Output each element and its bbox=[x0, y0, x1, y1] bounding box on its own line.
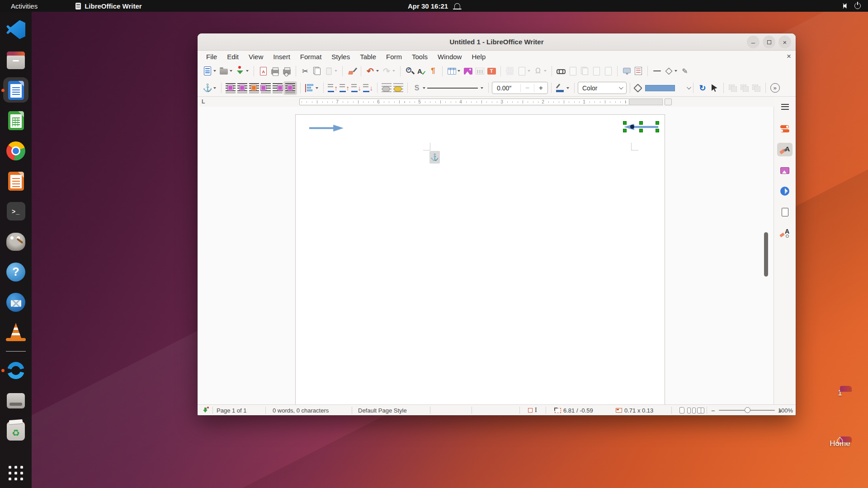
title-bar[interactable]: Untitled 1 - LibreOffice Writer – × bbox=[198, 33, 796, 51]
dock-item-vscode[interactable] bbox=[0, 14, 32, 45]
tab-stop-type-selector[interactable]: L bbox=[202, 99, 205, 105]
dock-item-terminal[interactable]: >_ bbox=[0, 196, 32, 226]
menu-tools[interactable]: Tools bbox=[407, 53, 433, 61]
save-status-indicator[interactable] bbox=[203, 405, 208, 416]
insert-comment-button[interactable] bbox=[621, 65, 632, 77]
line-width-spinner[interactable]: 0.00″ − + bbox=[492, 82, 548, 94]
zoom-slider[interactable] bbox=[719, 410, 775, 411]
line-width-decrease-button[interactable]: − bbox=[520, 84, 534, 92]
send-backward-button[interactable]: ↓ bbox=[350, 82, 362, 94]
send-to-back-button[interactable]: ↓ bbox=[362, 82, 374, 94]
maximize-button[interactable] bbox=[763, 36, 775, 48]
basic-shapes-button[interactable] bbox=[663, 65, 675, 77]
menu-table[interactable]: Table bbox=[355, 53, 381, 61]
dock-item-trash[interactable]: ♻ bbox=[0, 416, 32, 446]
desktop-icon-home[interactable]: ⌂ Home bbox=[823, 436, 857, 448]
horizontal-ruler[interactable]: L 7 6 5 4 3 2 1 bbox=[198, 97, 774, 107]
close-button[interactable]: × bbox=[778, 36, 791, 48]
object-position-status[interactable]: 6.81 / -0.59 bbox=[555, 405, 593, 416]
dock-item-libreoffice-calc[interactable] bbox=[0, 105, 32, 136]
menu-file[interactable]: File bbox=[201, 53, 222, 61]
wrap-after-button[interactable] bbox=[272, 82, 283, 94]
anchor-button[interactable]: ⚓ bbox=[202, 82, 213, 94]
menu-format[interactable]: Format bbox=[295, 53, 327, 61]
line-style-icon[interactable]: S bbox=[411, 82, 423, 94]
shape-adjust-handle[interactable] bbox=[630, 125, 634, 129]
fill-color-dropdown-icon[interactable] bbox=[687, 85, 691, 89]
wrap-page-button[interactable] bbox=[236, 82, 248, 94]
wrap-before-button[interactable] bbox=[260, 82, 272, 94]
word-count-status[interactable]: 0 words, 0 characters bbox=[273, 405, 329, 416]
rotate-button[interactable]: ↻ bbox=[697, 82, 708, 94]
line-style-dropdown-icon[interactable] bbox=[423, 87, 425, 89]
zoom-slider-knob[interactable] bbox=[745, 407, 750, 413]
dock-item-libreoffice-writer[interactable] bbox=[0, 75, 32, 105]
dock-item-vlc[interactable] bbox=[0, 317, 32, 347]
save-dropdown-icon[interactable] bbox=[246, 70, 249, 72]
anchor-dropdown-icon[interactable] bbox=[213, 87, 216, 89]
sidebar-tab-properties[interactable] bbox=[777, 122, 793, 136]
shapes-dropdown-icon[interactable] bbox=[675, 70, 677, 72]
menu-window[interactable]: Window bbox=[433, 53, 467, 61]
print-preview-button[interactable] bbox=[281, 65, 292, 77]
wrap-through-button[interactable] bbox=[283, 81, 297, 95]
document-view[interactable]: ⚓ bbox=[198, 107, 774, 404]
export-pdf-button[interactable] bbox=[257, 65, 269, 77]
new-dropdown-icon[interactable] bbox=[213, 70, 216, 72]
dock-item-help[interactable]: ? bbox=[0, 257, 32, 287]
sidebar-tab-page[interactable] bbox=[777, 205, 793, 219]
selection-handle-bottom-middle[interactable] bbox=[639, 129, 643, 132]
open-dropdown-icon[interactable] bbox=[230, 70, 232, 72]
dock-item-chrome[interactable] bbox=[0, 136, 32, 166]
multi-page-view-button[interactable] bbox=[687, 408, 691, 413]
menu-help[interactable]: Help bbox=[467, 53, 491, 61]
line-width-increase-button[interactable]: + bbox=[534, 84, 547, 92]
freeform-line-button[interactable]: ✎ bbox=[679, 65, 691, 77]
cut-button[interactable]: ✂ bbox=[299, 65, 311, 77]
line-color-button[interactable] bbox=[555, 82, 566, 94]
selection-handle-top-right[interactable] bbox=[656, 121, 659, 125]
dock-item-file-manager[interactable] bbox=[0, 45, 32, 75]
sidebar-tab-style-inspector[interactable]: A bbox=[777, 226, 793, 239]
fill-color-button[interactable] bbox=[633, 82, 645, 94]
clock-menu[interactable]: Apr 30 16:21 bbox=[408, 2, 460, 10]
document-page[interactable]: ⚓ bbox=[295, 114, 665, 404]
minimize-button[interactable]: – bbox=[747, 36, 760, 48]
insert-textbox-button[interactable]: T bbox=[486, 65, 497, 77]
print-button[interactable] bbox=[269, 65, 281, 77]
sidebar-tab-navigator[interactable] bbox=[777, 184, 793, 198]
area-style-select[interactable]: Color bbox=[578, 82, 627, 94]
to-background-button[interactable] bbox=[392, 82, 404, 94]
vertical-scrollbar-thumb[interactable] bbox=[764, 232, 768, 277]
dock-item-show-applications[interactable] bbox=[0, 458, 32, 488]
dock-item-libreoffice-impress[interactable] bbox=[0, 166, 32, 196]
close-document-icon[interactable]: × bbox=[787, 52, 791, 61]
menu-styles[interactable]: Styles bbox=[326, 53, 355, 61]
wrap-off-button[interactable] bbox=[225, 82, 236, 94]
align-dropdown-icon[interactable] bbox=[316, 87, 318, 89]
hyperlink-button[interactable] bbox=[555, 65, 567, 77]
selection-mode-status[interactable]: I bbox=[528, 405, 537, 416]
new-document-button[interactable] bbox=[202, 65, 213, 77]
sidebar-tab-styles[interactable]: A bbox=[777, 143, 793, 156]
find-replace-button[interactable] bbox=[404, 65, 415, 77]
dock-item-software-updater[interactable] bbox=[0, 355, 32, 385]
formatting-marks-button[interactable]: ¶ bbox=[427, 65, 439, 77]
bring-forward-button[interactable]: ↑ bbox=[339, 82, 350, 94]
ruler-strip[interactable]: 7 6 5 4 3 2 1 bbox=[299, 99, 629, 105]
open-button[interactable] bbox=[218, 65, 230, 77]
system-status-area[interactable] bbox=[843, 3, 861, 9]
line-width-value[interactable]: 0.00″ bbox=[492, 84, 520, 92]
bring-to-front-button[interactable]: ↑ bbox=[327, 82, 339, 94]
selection-handle-bottom-right[interactable] bbox=[656, 129, 659, 132]
horizontal-line-button[interactable] bbox=[651, 65, 663, 77]
undo-dropdown-icon[interactable] bbox=[376, 70, 379, 72]
shape-anchor-marker[interactable]: ⚓ bbox=[429, 151, 440, 164]
toolbar-more-options-button[interactable]: » bbox=[769, 82, 781, 94]
line-style-preview[interactable] bbox=[427, 82, 481, 94]
save-button[interactable] bbox=[234, 65, 246, 77]
table-dropdown-icon[interactable] bbox=[458, 70, 460, 72]
menu-insert[interactable]: Insert bbox=[268, 53, 295, 61]
focused-app-menu[interactable]: LibreOffice Writer bbox=[75, 2, 142, 10]
line-preview-dropdown-icon[interactable] bbox=[481, 87, 483, 89]
